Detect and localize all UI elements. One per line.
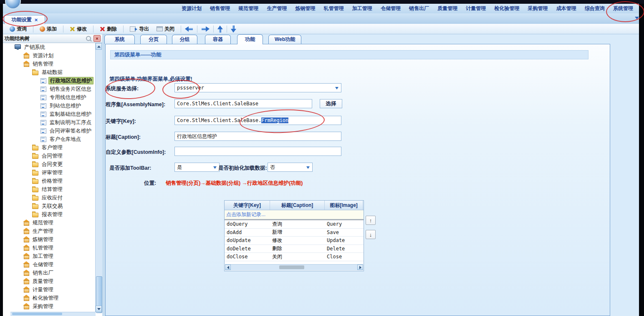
scroll-down-icon[interactable] [96, 306, 102, 312]
tree-item[interactable]: 关联交易 [3, 202, 96, 210]
export-button[interactable]: 导出 [127, 25, 152, 33]
add-button[interactable]: 添加 [37, 25, 59, 33]
select-assembly-button[interactable]: 选择 [320, 99, 342, 108]
chevron-down-icon[interactable] [635, 17, 639, 19]
chevron-down-icon[interactable] [335, 87, 338, 89]
menu-item[interactable]: 综合查询 [585, 5, 605, 12]
header-key[interactable]: 关键字[Key] [225, 201, 270, 210]
tree-item[interactable]: 资源计划 [3, 51, 96, 60]
tree-item[interactable]: 生产管理 [3, 227, 96, 235]
menu-item[interactable]: 销售出厂 [409, 5, 429, 12]
table-row[interactable]: doQuery 查询 Query [225, 220, 364, 229]
custom-info-input[interactable] [174, 147, 341, 156]
table-row[interactable]: doDelete 删除 Delete [225, 245, 364, 253]
menu-item-system-management[interactable]: 系统管理 [613, 5, 633, 12]
tree-item[interactable]: 检化验管理 [3, 294, 96, 302]
tree-item[interactable]: 报表管理 [3, 210, 96, 219]
nav-right-icon[interactable] [201, 26, 210, 32]
tree-item[interactable]: 计量管理 [3, 285, 96, 294]
tree-item[interactable]: 专用线信息维护 [3, 93, 96, 102]
panel-splitter[interactable] [102, 34, 105, 316]
assembly-input[interactable]: Core.StlMes.Client.SaleBase [174, 99, 312, 108]
chevron-down-icon[interactable] [213, 166, 217, 169]
tab-system[interactable]: 系统 [104, 35, 135, 44]
menu-item[interactable]: 检化验管理 [494, 5, 519, 12]
menu-item[interactable]: 轧管管理 [324, 5, 344, 12]
tree-item[interactable]: 销售业务片区信息 [3, 85, 96, 93]
tree-item[interactable]: 合同管理 [3, 152, 96, 160]
tree-item[interactable]: 销售出厂 [3, 269, 96, 277]
tree-item[interactable]: 监制说明与工序点 [3, 118, 96, 127]
menu-item[interactable]: 采购管理 [528, 5, 548, 12]
modify-button[interactable]: 修改 [67, 25, 89, 33]
table-row[interactable]: doAdd 新增 Save [225, 229, 364, 237]
tree-item[interactable]: 加工管理 [3, 252, 96, 260]
init-load-combobox[interactable]: 否 [268, 163, 313, 172]
caption-input[interactable]: 行政地区信息维护 [174, 132, 341, 141]
tree-vertical-scrollbar[interactable] [95, 43, 102, 312]
tree-item[interactable]: 结算管理 [3, 185, 96, 194]
close-button[interactable]: 关闭 [154, 25, 177, 33]
add-toolbar-combobox[interactable]: 是 [174, 163, 220, 172]
tab-page[interactable]: 分页 [140, 35, 167, 44]
header-image[interactable]: 图标[Image] [325, 201, 363, 210]
tree-item[interactable]: 评审管理 [3, 168, 96, 177]
table-row[interactable]: doClose 关闭 Close [225, 253, 364, 261]
menu-item[interactable]: 资源计划 [182, 5, 202, 12]
tree-item[interactable]: 到站信息维护 [3, 102, 96, 110]
tree-item[interactable]: 价格管理 [3, 177, 96, 185]
header-caption[interactable]: 标题[Caption] [270, 201, 325, 210]
menu-item[interactable]: 成本管理 [556, 5, 576, 12]
tab-close-icon[interactable]: × [35, 17, 38, 23]
tree-item-root[interactable]: 产销系统 [3, 43, 96, 51]
scroll-right-icon[interactable] [357, 265, 363, 270]
menu-item[interactable]: 销售管理 [210, 5, 230, 12]
tree-horizontal-scrollbar[interactable] [10, 312, 96, 316]
tree-close-icon[interactable]: × [93, 35, 101, 42]
pin-icon[interactable] [86, 36, 91, 41]
nav-left-icon[interactable] [185, 26, 193, 32]
tree-item[interactable]: 客户仓库地点 [3, 135, 96, 143]
move-down-button[interactable]: ↓ [366, 230, 376, 239]
table-row[interactable]: doUpdate 修改 Update [225, 237, 364, 245]
nav-up-icon[interactable] [217, 25, 223, 33]
scroll-left-icon[interactable] [225, 265, 231, 270]
add-new-record-row[interactable]: 点击添加新记录... [225, 210, 364, 220]
tree-item[interactable]: 合同变更 [3, 160, 96, 168]
tree-item-selected[interactable]: 行政地区信息维护 [3, 76, 96, 85]
menu-item[interactable]: 质量管理 [437, 5, 457, 12]
tree-item[interactable]: 仓储管理 [3, 260, 96, 269]
tree-item[interactable]: 炼钢管理 [3, 235, 96, 244]
tree-item[interactable]: 监制基础信息维护 [3, 110, 96, 118]
tree-item[interactable]: 合同评审签名维护 [3, 127, 96, 135]
menu-item[interactable]: 炼钢管理 [295, 5, 316, 12]
tree-item[interactable]: 应收应付 [3, 194, 96, 202]
tree-item[interactable]: 客户管理 [3, 143, 96, 152]
tree-item[interactable]: 采购管理 [3, 302, 96, 311]
nav-down-icon[interactable] [231, 25, 236, 33]
tree-item[interactable]: 基础数据 [3, 68, 96, 76]
tab-group[interactable]: 分组 [172, 35, 197, 44]
tree-item[interactable]: 轧管管理 [3, 244, 96, 252]
menu-item[interactable]: 加工管理 [352, 5, 372, 12]
tree-item[interactable]: 销售管理 [3, 60, 96, 68]
tab-container[interactable]: 容器 [205, 35, 231, 44]
tab-function[interactable]: 功能 [237, 34, 263, 44]
query-button[interactable]: 查询 [7, 25, 29, 33]
delete-button[interactable]: 删除 [97, 25, 119, 33]
tab-function-settings[interactable]: 功能设置 × [4, 15, 45, 24]
scroll-up-icon[interactable] [96, 43, 102, 50]
menu-item[interactable]: 生产管理 [267, 5, 287, 12]
tree-item[interactable]: 质量管理 [3, 277, 96, 285]
table-horizontal-scrollbar[interactable] [225, 264, 363, 270]
tab-web-function[interactable]: Web功能 [268, 35, 301, 44]
menu-item[interactable]: 仓储管理 [381, 5, 401, 12]
key-input[interactable]: Core.StlMes.Client.SaleBase.FrmRegion [174, 116, 341, 125]
move-up-button[interactable]: ↑ [366, 216, 376, 225]
tree-item[interactable]: 规范管理 [3, 219, 96, 227]
scrollbar-thumb[interactable] [279, 265, 304, 269]
menu-item[interactable]: 计量管理 [466, 5, 486, 12]
service-combobox[interactable]: pssserver [174, 83, 341, 92]
menu-item[interactable]: 规范管理 [238, 5, 258, 12]
chevron-down-icon[interactable] [306, 166, 310, 169]
